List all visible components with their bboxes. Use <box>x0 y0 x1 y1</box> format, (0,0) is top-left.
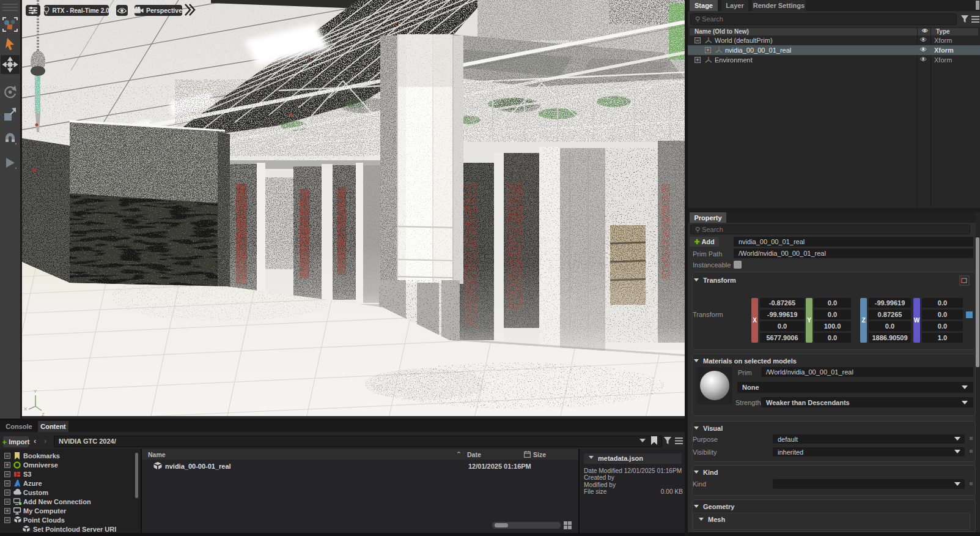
svg-text:X: X <box>24 406 28 412</box>
svg-text:Y: Y <box>34 389 37 394</box>
